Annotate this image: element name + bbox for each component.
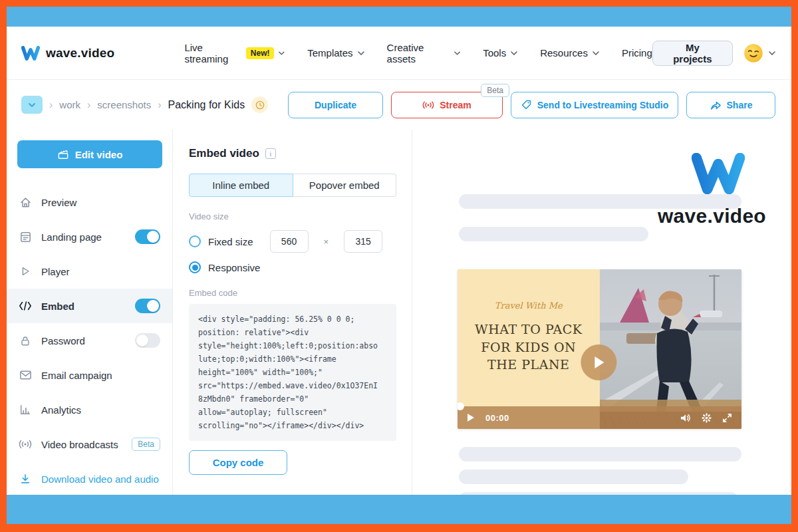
volume-icon[interactable]	[680, 413, 691, 423]
sidebar-item-label: Landing page	[41, 231, 102, 243]
wave-logo-icon	[21, 46, 40, 61]
seek-handle[interactable]	[458, 402, 464, 410]
width-input[interactable]	[270, 230, 309, 253]
video-title-card: Travel With Me WHAT TO PACK FOR KIDS ON …	[458, 269, 600, 429]
chevron-down-icon	[279, 51, 285, 55]
chevron-down-icon	[454, 51, 460, 55]
skeleton-bar	[459, 469, 688, 484]
breadcrumb: › work › screenshots › Packing for Kids	[21, 96, 268, 114]
sidebar-item-label: Download video and audio	[41, 473, 159, 485]
new-badge: New!	[246, 47, 275, 59]
tab-popover-embed[interactable]: Popover embed	[293, 174, 397, 197]
account-menu[interactable]	[743, 43, 775, 63]
preview-panel: wave.video Travel With Me WHAT TO PACK F…	[412, 130, 791, 495]
edit-video-label: Edit video	[75, 149, 123, 160]
home-icon	[19, 196, 32, 209]
sidebar-item-video-broadcasts[interactable]: Video broadcasts Beta	[7, 427, 172, 462]
password-toggle[interactable]	[135, 333, 160, 348]
info-icon[interactable]: i	[265, 148, 276, 159]
play-button[interactable]	[581, 344, 616, 380]
chevron-down-icon	[358, 51, 364, 55]
broadcast-icon	[422, 100, 434, 110]
share-icon	[710, 100, 722, 110]
embed-code-box[interactable]: <div style="padding: 56.25% 0 0 0; posit…	[189, 304, 396, 441]
sidebar-item-analytics[interactable]: Analytics	[7, 392, 172, 427]
chevron-down-icon	[511, 51, 517, 55]
nav-creative-assets[interactable]: Creative assets	[387, 42, 461, 65]
embed-toggle[interactable]	[135, 299, 160, 313]
fixed-size-radio[interactable]	[189, 235, 201, 247]
tag-icon	[521, 99, 532, 110]
project-toolbar: › work › screenshots › Packing for Kids …	[7, 80, 791, 130]
share-label: Share	[727, 100, 753, 110]
copy-code-button[interactable]: Copy code	[189, 450, 287, 475]
play-icon	[19, 265, 32, 278]
height-input[interactable]	[344, 230, 382, 253]
my-projects-button[interactable]: My projects	[652, 41, 733, 66]
breadcrumb-current-project[interactable]: Packing for Kids	[168, 99, 245, 111]
video-title: WHAT TO PACK FOR KIDS ON THE PLANE	[458, 321, 600, 374]
sidebar-item-email-campaign[interactable]: Email campaign	[7, 358, 172, 392]
header-right: My projects	[652, 41, 775, 66]
nav-label: Pricing	[622, 47, 652, 59]
nav-templates[interactable]: Templates	[307, 47, 364, 59]
breadcrumb-screenshots[interactable]: screenshots	[97, 99, 151, 110]
nav-live-streaming[interactable]: Live streaming New!	[184, 42, 285, 65]
share-button[interactable]: Share	[686, 92, 775, 118]
send-to-livestreaming-button[interactable]: Send to Livestreaming Studio	[511, 92, 678, 118]
nav-resources[interactable]: Resources	[540, 47, 599, 59]
stream-label: Stream	[440, 100, 471, 110]
responsive-label: Responsive	[208, 262, 260, 273]
edit-video-button[interactable]: Edit video	[17, 140, 162, 168]
breadcrumb-separator: ›	[158, 99, 161, 111]
nav-tools[interactable]: Tools	[483, 47, 517, 59]
stream-button[interactable]: Stream Beta	[391, 92, 503, 118]
broadcast-icon	[19, 438, 32, 451]
beta-badge: Beta	[132, 438, 160, 451]
nav-label: Templates	[307, 47, 352, 59]
sidebar-item-label: Embed	[41, 301, 74, 312]
nav-pricing[interactable]: Pricing	[622, 47, 652, 59]
sidebar-item-player[interactable]: Player	[7, 254, 172, 289]
video-thumbnail	[600, 269, 742, 429]
app-window: wave.video Live streaming New! Templates…	[7, 7, 791, 524]
main-content: Edit video Preview Landing page	[7, 130, 791, 495]
folder-icon[interactable]	[21, 96, 43, 114]
chevron-down-icon	[769, 51, 775, 55]
current-time: 00:00	[485, 413, 509, 423]
sidebar-item-preview[interactable]: Preview	[7, 185, 172, 219]
code-icon	[19, 299, 32, 313]
duplicate-label: Duplicate	[315, 100, 356, 110]
download-icon	[19, 472, 32, 485]
sidebar-item-landing-page[interactable]: Landing page	[7, 219, 172, 254]
sidebar-item-label: Video broadcasts	[41, 439, 118, 450]
settings-gear-icon[interactable]	[702, 413, 712, 423]
fullscreen-icon[interactable]	[722, 413, 732, 423]
nav-label: Creative assets	[387, 42, 450, 65]
duplicate-button[interactable]: Duplicate	[288, 92, 383, 118]
screenshot-frame: wave.video Live streaming New! Templates…	[0, 0, 798, 532]
send-label: Send to Livestreaming Studio	[537, 100, 669, 110]
breadcrumb-separator: ›	[87, 99, 90, 111]
responsive-radio[interactable]	[189, 261, 201, 273]
chevron-down-icon	[593, 51, 599, 55]
video-player[interactable]: Travel With Me WHAT TO PACK FOR KIDS ON …	[458, 269, 741, 429]
tab-inline-embed[interactable]: Inline embed	[189, 174, 293, 197]
small-play-icon[interactable]	[467, 413, 475, 422]
skeleton-bar	[459, 447, 741, 462]
project-actions: Duplicate Stream Beta Sen	[288, 92, 775, 118]
breadcrumb-separator: ›	[49, 99, 53, 111]
analytics-icon	[19, 403, 32, 416]
embed-panel: Embed video i Inline embed Popover embed…	[173, 130, 412, 495]
sidebar-item-embed[interactable]: Embed	[7, 289, 172, 323]
sidebar-item-password[interactable]: Password	[7, 323, 172, 358]
landing-page-toggle[interactable]	[135, 229, 160, 244]
wave-video-logo[interactable]: wave.video	[21, 46, 114, 61]
history-button[interactable]	[251, 96, 268, 113]
breadcrumb-work[interactable]: work	[59, 99, 80, 110]
sidebar-item-download[interactable]: Download video and audio	[7, 462, 172, 496]
email-icon	[19, 368, 32, 382]
nav-label: Resources	[540, 47, 588, 59]
fixed-size-option: Fixed size ×	[189, 230, 396, 253]
fixed-size-label: Fixed size	[208, 236, 253, 247]
